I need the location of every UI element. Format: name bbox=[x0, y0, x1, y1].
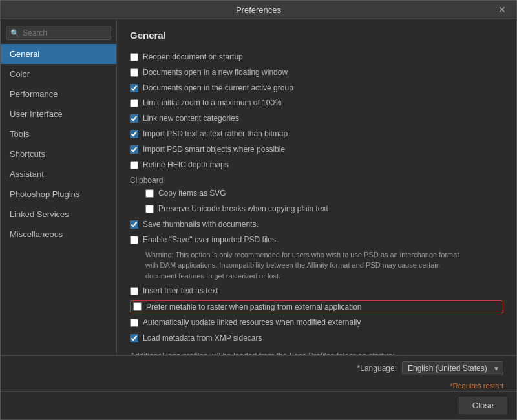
search-input[interactable] bbox=[23, 28, 107, 37]
pref-unicode: Preserve Unicode breaks when copying pla… bbox=[145, 203, 503, 215]
pref-reopen: Reopen document on startup bbox=[130, 51, 503, 63]
preferences-dialog: Preferences ✕ 🔍 General Color Performanc… bbox=[0, 0, 517, 420]
link-categories-checkbox[interactable] bbox=[130, 114, 138, 123]
pref-heic: Refine HEIC depth maps bbox=[130, 159, 503, 171]
dialog-title: Preferences bbox=[21, 5, 496, 15]
dialog-footer: *Language: English (United States) Deuts… bbox=[1, 355, 516, 419]
auto-update-label: Automatically update linked resources wh… bbox=[143, 317, 361, 328]
language-select[interactable]: English (United States) Deutsch Français… bbox=[402, 361, 503, 375]
heic-label: Refine HEIC depth maps bbox=[143, 160, 229, 171]
pref-enable-save: Enable "Save" over imported PSD files. bbox=[130, 234, 503, 246]
auto-update-checkbox[interactable] bbox=[130, 319, 138, 327]
psd-text-label: Import PSD text as text rather than bitm… bbox=[143, 129, 288, 140]
copy-svg-label: Copy items as SVG bbox=[158, 188, 226, 199]
active-group-checkbox[interactable] bbox=[130, 84, 138, 92]
insert-filler-label: Insert filler text as text bbox=[143, 286, 218, 297]
sidebar-item-user-interface[interactable]: User Interface bbox=[1, 104, 116, 124]
close-dialog-button[interactable]: Close bbox=[459, 397, 507, 414]
sidebar-item-performance[interactable]: Performance bbox=[1, 84, 116, 104]
limit-zoom-label: Limit initial zoom to a maximum of 100% bbox=[143, 98, 282, 109]
sidebar-item-assistant[interactable]: Assistant bbox=[1, 164, 116, 184]
sidebar: 🔍 General Color Performance User Interfa… bbox=[1, 19, 117, 355]
psd-smart-label: Import PSD smart objects where possible bbox=[143, 144, 285, 155]
pref-insert-filler: Insert filler text as text bbox=[130, 285, 503, 297]
footer-language-area: *Language: English (United States) Deuts… bbox=[1, 355, 516, 381]
search-icon: 🔍 bbox=[10, 29, 19, 37]
sidebar-item-tools[interactable]: Tools bbox=[1, 124, 116, 144]
floating-checkbox[interactable] bbox=[130, 68, 138, 77]
load-metadata-label: Load metadata from XMP sidecars bbox=[143, 333, 262, 344]
psd-text-checkbox[interactable] bbox=[130, 130, 138, 138]
reopen-label: Reopen document on startup bbox=[143, 52, 243, 63]
thumbnails-label: Save thumbnails with documents. bbox=[143, 219, 258, 230]
pref-floating: Documents open in a new floating window bbox=[130, 67, 503, 79]
restart-note: *Requires restart bbox=[1, 381, 516, 391]
pref-auto-update: Automatically update linked resources wh… bbox=[130, 317, 503, 329]
active-group-label: Documents open in the current active gro… bbox=[143, 83, 293, 94]
unicode-checkbox[interactable] bbox=[145, 205, 154, 213]
insert-filler-checkbox[interactable] bbox=[130, 287, 138, 295]
language-select-wrapper: English (United States) Deutsch Français… bbox=[402, 361, 503, 375]
prefer-metafile-checkbox[interactable] bbox=[133, 302, 142, 311]
prefer-metafile-label: Prefer metafile to raster when pasting f… bbox=[146, 302, 362, 311]
enable-save-checkbox[interactable] bbox=[130, 236, 138, 244]
section-title: General bbox=[130, 30, 503, 43]
pref-limit-zoom: Limit initial zoom to a maximum of 100% bbox=[130, 97, 503, 109]
heic-checkbox[interactable] bbox=[130, 161, 138, 169]
sidebar-item-general[interactable]: General bbox=[1, 44, 116, 64]
title-close-button[interactable]: ✕ bbox=[496, 5, 509, 15]
content-area: General Reopen document on startup Docum… bbox=[117, 19, 516, 355]
clipboard-group: Copy items as SVG Preserve Unicode break… bbox=[145, 187, 503, 215]
sidebar-item-photoshop-plugins[interactable]: Photoshop Plugins bbox=[1, 184, 116, 204]
language-row: *Language: English (United States) Deuts… bbox=[357, 361, 503, 375]
copy-svg-checkbox[interactable] bbox=[145, 189, 154, 198]
clipboard-group-label: Clipboard bbox=[130, 176, 503, 185]
floating-label: Documents open in a new floating window bbox=[143, 67, 288, 78]
pref-link-categories: Link new content categories bbox=[130, 112, 503, 125]
title-bar: Preferences ✕ bbox=[1, 1, 516, 19]
reopen-checkbox[interactable] bbox=[130, 53, 138, 61]
warning-text: Warning: This option is only recommended… bbox=[145, 249, 469, 282]
close-footer-row: Close bbox=[1, 391, 516, 419]
pref-prefer-metafile-highlighted: Prefer metafile to raster when pasting f… bbox=[130, 300, 503, 313]
pref-psd-smart: Import PSD smart objects where possible bbox=[130, 143, 503, 156]
link-categories-label: Link new content categories bbox=[143, 113, 239, 124]
sidebar-item-miscellaneous[interactable]: Miscellaneous bbox=[1, 224, 116, 244]
dialog-body: 🔍 General Color Performance User Interfa… bbox=[1, 19, 516, 355]
sidebar-item-linked-services[interactable]: Linked Services bbox=[1, 204, 116, 224]
pref-active-group: Documents open in the current active gro… bbox=[130, 82, 503, 94]
psd-smart-checkbox[interactable] bbox=[130, 145, 138, 154]
pref-thumbnails: Save thumbnails with documents. bbox=[130, 218, 503, 231]
load-metadata-checkbox[interactable] bbox=[130, 334, 138, 342]
thumbnails-checkbox[interactable] bbox=[130, 220, 138, 229]
sidebar-item-shortcuts[interactable]: Shortcuts bbox=[1, 144, 116, 164]
sidebar-item-color[interactable]: Color bbox=[1, 64, 116, 84]
language-label: *Language: bbox=[357, 363, 397, 374]
unicode-label: Preserve Unicode breaks when copying pla… bbox=[158, 204, 328, 215]
pref-psd-text: Import PSD text as text rather than bitm… bbox=[130, 128, 503, 140]
pref-load-metadata: Load metadata from XMP sidecars bbox=[130, 332, 503, 344]
search-box[interactable]: 🔍 bbox=[6, 26, 111, 40]
limit-zoom-checkbox[interactable] bbox=[130, 99, 138, 107]
pref-copy-svg: Copy items as SVG bbox=[145, 187, 503, 200]
enable-save-label: Enable "Save" over imported PSD files. bbox=[143, 235, 278, 246]
